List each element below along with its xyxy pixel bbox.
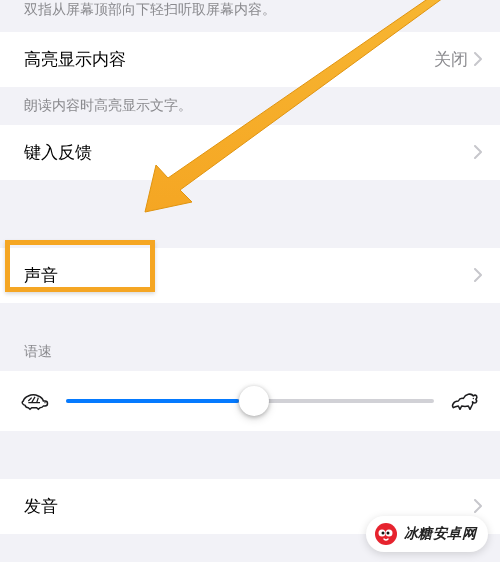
chevron-right-icon [474,499,482,513]
chevron-right-icon [474,268,482,282]
watermark-text: 冰糖安卓网 [404,525,477,543]
highlight-footer-text: 朗读内容时高亮显示文字。 [0,87,500,115]
speed-header: 语速 [0,335,500,371]
highlight-content-row[interactable]: 高亮显示内容 关闭 [0,32,500,87]
highlight-content-label: 高亮显示内容 [24,48,434,71]
typing-feedback-label: 键入反馈 [24,141,474,164]
voice-row[interactable]: 声音 [0,248,500,303]
chevron-right-icon [474,145,482,159]
svg-point-0 [44,402,45,403]
turtle-icon [20,389,50,413]
svg-point-1 [473,397,474,398]
pronunciation-label: 发音 [24,495,474,518]
top-hint-text: 双指从屏幕顶部向下轻扫听取屏幕内容。 [0,0,500,32]
typing-feedback-row[interactable]: 键入反馈 [0,125,500,180]
svg-point-6 [386,532,389,535]
highlight-content-value: 关闭 [434,48,468,71]
slider-thumb[interactable] [239,386,269,416]
rabbit-icon [450,389,480,413]
speed-slider[interactable] [66,399,434,403]
voice-label: 声音 [24,264,474,287]
svg-point-5 [381,532,384,535]
slider-fill [66,399,239,403]
chevron-right-icon [474,52,482,66]
watermark-logo-icon [374,522,398,546]
watermark-badge: 冰糖安卓网 [366,516,489,552]
speed-slider-row [0,371,500,431]
